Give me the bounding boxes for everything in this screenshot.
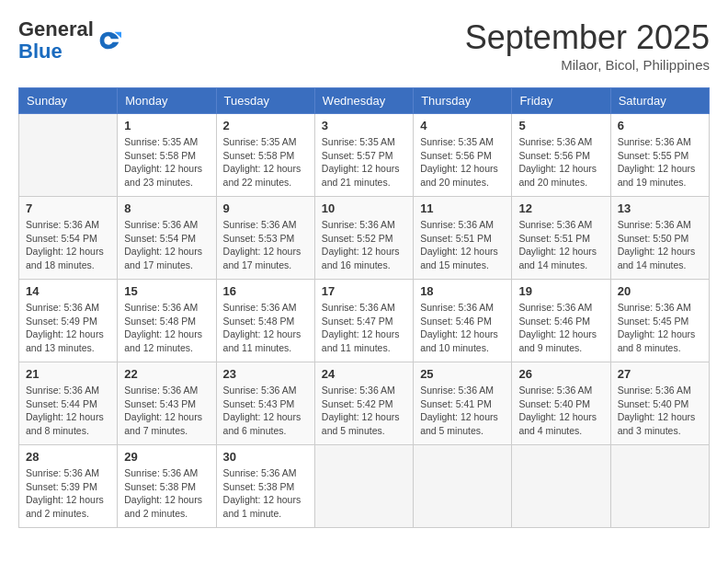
day-number: 27 bbox=[618, 367, 702, 381]
calendar-cell: 13Sunrise: 5:36 AM Sunset: 5:50 PM Dayli… bbox=[610, 197, 709, 280]
calendar-cell: 27Sunrise: 5:36 AM Sunset: 5:40 PM Dayli… bbox=[610, 362, 709, 445]
logo-icon bbox=[96, 28, 121, 53]
cell-info: Sunrise: 5:36 AM Sunset: 5:40 PM Dayligh… bbox=[518, 384, 603, 438]
day-number: 28 bbox=[26, 450, 110, 464]
calendar-cell: 1Sunrise: 5:35 AM Sunset: 5:58 PM Daylig… bbox=[118, 114, 216, 197]
calendar-cell bbox=[610, 445, 709, 528]
day-number: 13 bbox=[618, 201, 702, 215]
day-header-wednesday: Wednesday bbox=[314, 88, 413, 114]
day-number: 23 bbox=[223, 367, 308, 381]
calendar-cell: 16Sunrise: 5:36 AM Sunset: 5:48 PM Dayli… bbox=[216, 280, 314, 362]
calendar-cell: 30Sunrise: 5:36 AM Sunset: 5:38 PM Dayli… bbox=[216, 445, 314, 528]
month-title: September 2025 bbox=[465, 18, 710, 57]
cell-info: Sunrise: 5:35 AM Sunset: 5:56 PM Dayligh… bbox=[420, 135, 505, 190]
calendar-week-1: 1Sunrise: 5:35 AM Sunset: 5:58 PM Daylig… bbox=[19, 114, 710, 197]
day-number: 6 bbox=[618, 119, 702, 132]
logo: General Blue bbox=[18, 18, 121, 63]
cell-info: Sunrise: 5:36 AM Sunset: 5:48 PM Dayligh… bbox=[124, 301, 209, 355]
calendar-cell: 6Sunrise: 5:36 AM Sunset: 5:55 PM Daylig… bbox=[610, 114, 709, 197]
cell-info: Sunrise: 5:35 AM Sunset: 5:57 PM Dayligh… bbox=[322, 135, 406, 190]
calendar-cell bbox=[314, 445, 413, 528]
calendar-cell: 14Sunrise: 5:36 AM Sunset: 5:49 PM Dayli… bbox=[19, 280, 118, 362]
calendar-cell: 2Sunrise: 5:35 AM Sunset: 5:58 PM Daylig… bbox=[216, 114, 314, 197]
cell-info: Sunrise: 5:35 AM Sunset: 5:58 PM Dayligh… bbox=[223, 135, 308, 190]
logo-blue: Blue bbox=[18, 40, 63, 63]
cell-info: Sunrise: 5:36 AM Sunset: 5:39 PM Dayligh… bbox=[26, 466, 110, 521]
calendar-cell: 8Sunrise: 5:36 AM Sunset: 5:54 PM Daylig… bbox=[118, 197, 216, 280]
day-number: 25 bbox=[420, 367, 505, 381]
calendar-cell: 22Sunrise: 5:36 AM Sunset: 5:43 PM Dayli… bbox=[118, 362, 216, 445]
day-number: 10 bbox=[322, 201, 406, 215]
calendar-week-5: 28Sunrise: 5:36 AM Sunset: 5:39 PM Dayli… bbox=[19, 445, 710, 528]
day-number: 11 bbox=[420, 201, 505, 215]
calendar-cell: 7Sunrise: 5:36 AM Sunset: 5:54 PM Daylig… bbox=[19, 197, 118, 280]
cell-info: Sunrise: 5:36 AM Sunset: 5:51 PM Dayligh… bbox=[518, 218, 603, 272]
calendar-cell: 23Sunrise: 5:36 AM Sunset: 5:43 PM Dayli… bbox=[216, 362, 314, 445]
logo-general: General bbox=[18, 17, 94, 40]
calendar-week-4: 21Sunrise: 5:36 AM Sunset: 5:44 PM Dayli… bbox=[19, 362, 710, 445]
cell-info: Sunrise: 5:36 AM Sunset: 5:54 PM Dayligh… bbox=[26, 218, 110, 272]
calendar-cell: 20Sunrise: 5:36 AM Sunset: 5:45 PM Dayli… bbox=[610, 280, 709, 362]
day-number: 8 bbox=[124, 201, 209, 215]
day-header-saturday: Saturday bbox=[610, 88, 709, 114]
calendar-cell: 4Sunrise: 5:35 AM Sunset: 5:56 PM Daylig… bbox=[414, 114, 512, 197]
cell-info: Sunrise: 5:36 AM Sunset: 5:46 PM Dayligh… bbox=[420, 301, 505, 355]
calendar-cell: 9Sunrise: 5:36 AM Sunset: 5:53 PM Daylig… bbox=[216, 197, 314, 280]
cell-info: Sunrise: 5:36 AM Sunset: 5:47 PM Dayligh… bbox=[322, 301, 406, 355]
cell-info: Sunrise: 5:36 AM Sunset: 5:45 PM Dayligh… bbox=[618, 301, 702, 355]
day-header-tuesday: Tuesday bbox=[216, 88, 314, 114]
calendar-cell: 18Sunrise: 5:36 AM Sunset: 5:46 PM Dayli… bbox=[414, 280, 512, 362]
day-number: 21 bbox=[26, 367, 110, 381]
day-number: 17 bbox=[322, 284, 406, 298]
day-number: 15 bbox=[124, 284, 209, 298]
cell-info: Sunrise: 5:36 AM Sunset: 5:55 PM Dayligh… bbox=[618, 135, 702, 190]
day-number: 1 bbox=[124, 119, 209, 132]
title-block: September 2025 Milaor, Bicol, Philippine… bbox=[465, 18, 710, 73]
day-header-sunday: Sunday bbox=[19, 88, 118, 114]
cell-info: Sunrise: 5:36 AM Sunset: 5:51 PM Dayligh… bbox=[420, 218, 505, 272]
day-number: 30 bbox=[223, 450, 308, 464]
cell-info: Sunrise: 5:36 AM Sunset: 5:43 PM Dayligh… bbox=[223, 384, 308, 438]
day-number: 2 bbox=[223, 119, 308, 132]
cell-info: Sunrise: 5:36 AM Sunset: 5:41 PM Dayligh… bbox=[420, 384, 505, 438]
calendar-week-3: 14Sunrise: 5:36 AM Sunset: 5:49 PM Dayli… bbox=[19, 280, 710, 362]
calendar-cell: 17Sunrise: 5:36 AM Sunset: 5:47 PM Dayli… bbox=[314, 280, 413, 362]
day-number: 12 bbox=[518, 201, 603, 215]
calendar-cell: 5Sunrise: 5:36 AM Sunset: 5:56 PM Daylig… bbox=[512, 114, 610, 197]
day-number: 7 bbox=[26, 201, 110, 215]
day-number: 24 bbox=[322, 367, 406, 381]
cell-info: Sunrise: 5:36 AM Sunset: 5:44 PM Dayligh… bbox=[26, 384, 110, 438]
day-number: 29 bbox=[124, 450, 209, 464]
calendar-cell: 25Sunrise: 5:36 AM Sunset: 5:41 PM Dayli… bbox=[414, 362, 512, 445]
calendar-cell: 15Sunrise: 5:36 AM Sunset: 5:48 PM Dayli… bbox=[118, 280, 216, 362]
calendar-cell: 3Sunrise: 5:35 AM Sunset: 5:57 PM Daylig… bbox=[314, 114, 413, 197]
day-number: 26 bbox=[518, 367, 603, 381]
cell-info: Sunrise: 5:36 AM Sunset: 5:50 PM Dayligh… bbox=[618, 218, 702, 272]
day-number: 9 bbox=[223, 201, 308, 215]
cell-info: Sunrise: 5:36 AM Sunset: 5:38 PM Dayligh… bbox=[124, 466, 209, 521]
cell-info: Sunrise: 5:36 AM Sunset: 5:52 PM Dayligh… bbox=[322, 218, 406, 272]
cell-info: Sunrise: 5:36 AM Sunset: 5:56 PM Dayligh… bbox=[518, 135, 603, 190]
cell-info: Sunrise: 5:36 AM Sunset: 5:42 PM Dayligh… bbox=[322, 384, 406, 438]
day-header-monday: Monday bbox=[118, 88, 216, 114]
cell-info: Sunrise: 5:36 AM Sunset: 5:53 PM Dayligh… bbox=[223, 218, 308, 272]
page-header: General Blue September 2025 Milaor, Bico… bbox=[18, 18, 710, 73]
calendar-cell bbox=[19, 114, 118, 197]
day-number: 18 bbox=[420, 284, 505, 298]
day-number: 22 bbox=[124, 367, 209, 381]
day-number: 3 bbox=[322, 119, 406, 132]
cell-info: Sunrise: 5:36 AM Sunset: 5:40 PM Dayligh… bbox=[618, 384, 702, 438]
calendar-cell: 19Sunrise: 5:36 AM Sunset: 5:46 PM Dayli… bbox=[512, 280, 610, 362]
cell-info: Sunrise: 5:36 AM Sunset: 5:46 PM Dayligh… bbox=[518, 301, 603, 355]
calendar-cell: 29Sunrise: 5:36 AM Sunset: 5:38 PM Dayli… bbox=[118, 445, 216, 528]
day-number: 14 bbox=[26, 284, 110, 298]
location: Milaor, Bicol, Philippines bbox=[465, 57, 710, 73]
calendar-week-2: 7Sunrise: 5:36 AM Sunset: 5:54 PM Daylig… bbox=[19, 197, 710, 280]
cell-info: Sunrise: 5:36 AM Sunset: 5:49 PM Dayligh… bbox=[26, 301, 110, 355]
cell-info: Sunrise: 5:36 AM Sunset: 5:43 PM Dayligh… bbox=[124, 384, 209, 438]
day-number: 4 bbox=[420, 119, 505, 132]
cell-info: Sunrise: 5:36 AM Sunset: 5:54 PM Dayligh… bbox=[124, 218, 209, 272]
calendar-cell: 11Sunrise: 5:36 AM Sunset: 5:51 PM Dayli… bbox=[414, 197, 512, 280]
calendar-cell bbox=[512, 445, 610, 528]
calendar-cell: 21Sunrise: 5:36 AM Sunset: 5:44 PM Dayli… bbox=[19, 362, 118, 445]
